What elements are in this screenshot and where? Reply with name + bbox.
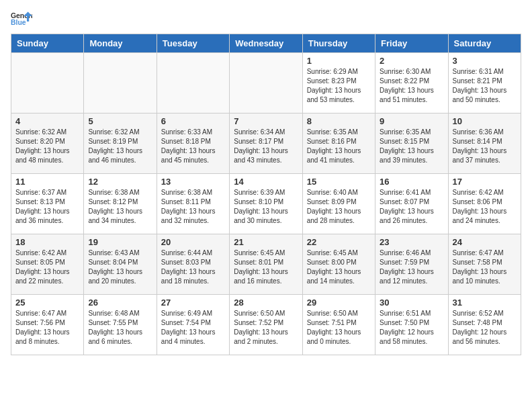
day-number: 15 xyxy=(307,177,371,187)
day-info: Sunrise: 6:39 AM Sunset: 8:10 PM Dayligh… xyxy=(234,188,298,226)
dow-header-friday: Friday xyxy=(375,34,448,53)
day-info: Sunrise: 6:32 AM Sunset: 8:19 PM Dayligh… xyxy=(88,128,152,165)
dow-header-wednesday: Wednesday xyxy=(230,34,302,53)
calendar-cell: 28Sunrise: 6:50 AM Sunset: 7:52 PM Dayli… xyxy=(230,295,302,355)
calendar-cell: 20Sunrise: 6:44 AM Sunset: 8:03 PM Dayli… xyxy=(157,234,229,295)
week-row-5: 25Sunrise: 6:47 AM Sunset: 7:56 PM Dayli… xyxy=(11,295,521,355)
calendar-cell: 18Sunrise: 6:42 AM Sunset: 8:05 PM Dayli… xyxy=(11,234,84,295)
calendar-body: 1Sunrise: 6:29 AM Sunset: 8:23 PM Daylig… xyxy=(11,53,521,355)
calendar-cell: 13Sunrise: 6:38 AM Sunset: 8:11 PM Dayli… xyxy=(157,174,229,234)
calendar-cell: 27Sunrise: 6:49 AM Sunset: 7:54 PM Dayli… xyxy=(157,295,229,355)
day-number: 11 xyxy=(15,177,79,187)
day-number: 3 xyxy=(453,56,517,66)
week-row-4: 18Sunrise: 6:42 AM Sunset: 8:05 PM Dayli… xyxy=(11,234,521,295)
day-info: Sunrise: 6:37 AM Sunset: 8:13 PM Dayligh… xyxy=(15,188,79,226)
day-number: 2 xyxy=(380,56,443,66)
calendar-cell: 21Sunrise: 6:45 AM Sunset: 8:01 PM Dayli… xyxy=(230,234,302,295)
day-number: 21 xyxy=(234,237,298,247)
svg-text:Blue: Blue xyxy=(11,19,26,26)
calendar-cell: 22Sunrise: 6:45 AM Sunset: 8:00 PM Dayli… xyxy=(302,234,375,295)
calendar-cell xyxy=(157,53,229,113)
calendar-cell xyxy=(11,53,84,113)
day-number: 8 xyxy=(307,116,371,126)
day-info: Sunrise: 6:52 AM Sunset: 7:48 PM Dayligh… xyxy=(453,309,517,347)
dow-header-tuesday: Tuesday xyxy=(157,34,229,53)
calendar: SundayMondayTuesdayWednesdayThursdayFrid… xyxy=(11,34,521,355)
days-of-week-header: SundayMondayTuesdayWednesdayThursdayFrid… xyxy=(11,34,521,53)
day-info: Sunrise: 6:40 AM Sunset: 8:09 PM Dayligh… xyxy=(307,188,371,226)
calendar-cell: 14Sunrise: 6:39 AM Sunset: 8:10 PM Dayli… xyxy=(230,174,302,234)
day-info: Sunrise: 6:34 AM Sunset: 8:17 PM Dayligh… xyxy=(234,128,298,165)
day-number: 22 xyxy=(307,237,371,247)
calendar-cell: 25Sunrise: 6:47 AM Sunset: 7:56 PM Dayli… xyxy=(11,295,84,355)
calendar-cell: 6Sunrise: 6:33 AM Sunset: 8:18 PM Daylig… xyxy=(157,113,229,174)
calendar-cell: 23Sunrise: 6:46 AM Sunset: 7:59 PM Dayli… xyxy=(375,234,448,295)
calendar-cell: 3Sunrise: 6:31 AM Sunset: 8:21 PM Daylig… xyxy=(448,53,521,113)
calendar-cell: 15Sunrise: 6:40 AM Sunset: 8:09 PM Dayli… xyxy=(302,174,375,234)
day-info: Sunrise: 6:31 AM Sunset: 8:21 PM Dayligh… xyxy=(453,67,517,105)
calendar-cell: 5Sunrise: 6:32 AM Sunset: 8:19 PM Daylig… xyxy=(84,113,157,174)
logo: General Blue xyxy=(11,11,32,27)
day-info: Sunrise: 6:43 AM Sunset: 8:04 PM Dayligh… xyxy=(88,248,152,286)
week-row-2: 4Sunrise: 6:32 AM Sunset: 8:20 PM Daylig… xyxy=(11,113,521,174)
day-info: Sunrise: 6:50 AM Sunset: 7:51 PM Dayligh… xyxy=(307,309,371,347)
calendar-cell: 16Sunrise: 6:41 AM Sunset: 8:07 PM Dayli… xyxy=(375,174,448,234)
dow-header-sunday: Sunday xyxy=(11,34,84,53)
calendar-cell: 10Sunrise: 6:36 AM Sunset: 8:14 PM Dayli… xyxy=(448,113,521,174)
day-info: Sunrise: 6:49 AM Sunset: 7:54 PM Dayligh… xyxy=(161,309,225,347)
day-number: 19 xyxy=(88,237,152,247)
day-info: Sunrise: 6:50 AM Sunset: 7:52 PM Dayligh… xyxy=(234,309,298,347)
calendar-cell: 9Sunrise: 6:35 AM Sunset: 8:15 PM Daylig… xyxy=(375,113,448,174)
day-number: 17 xyxy=(453,177,517,187)
dow-header-saturday: Saturday xyxy=(448,34,521,53)
calendar-cell: 11Sunrise: 6:37 AM Sunset: 8:13 PM Dayli… xyxy=(11,174,84,234)
calendar-cell: 30Sunrise: 6:51 AM Sunset: 7:50 PM Dayli… xyxy=(375,295,448,355)
day-number: 7 xyxy=(234,116,298,126)
day-number: 10 xyxy=(453,116,517,126)
day-info: Sunrise: 6:33 AM Sunset: 8:18 PM Dayligh… xyxy=(161,128,225,165)
day-number: 4 xyxy=(15,116,79,126)
day-info: Sunrise: 6:45 AM Sunset: 8:01 PM Dayligh… xyxy=(234,248,298,286)
week-row-3: 11Sunrise: 6:37 AM Sunset: 8:13 PM Dayli… xyxy=(11,174,521,234)
day-number: 14 xyxy=(234,177,298,187)
logo-icon: General Blue xyxy=(11,11,32,27)
day-info: Sunrise: 6:42 AM Sunset: 8:06 PM Dayligh… xyxy=(453,188,517,226)
day-info: Sunrise: 6:35 AM Sunset: 8:15 PM Dayligh… xyxy=(380,128,443,165)
calendar-cell: 26Sunrise: 6:48 AM Sunset: 7:55 PM Dayli… xyxy=(84,295,157,355)
calendar-cell: 1Sunrise: 6:29 AM Sunset: 8:23 PM Daylig… xyxy=(302,53,375,113)
day-number: 12 xyxy=(88,177,152,187)
day-info: Sunrise: 6:46 AM Sunset: 7:59 PM Dayligh… xyxy=(380,248,443,286)
day-info: Sunrise: 6:44 AM Sunset: 8:03 PM Dayligh… xyxy=(161,248,225,286)
day-info: Sunrise: 6:51 AM Sunset: 7:50 PM Dayligh… xyxy=(380,309,443,347)
calendar-cell: 31Sunrise: 6:52 AM Sunset: 7:48 PM Dayli… xyxy=(448,295,521,355)
day-number: 25 xyxy=(15,298,79,308)
calendar-cell: 7Sunrise: 6:34 AM Sunset: 8:17 PM Daylig… xyxy=(230,113,302,174)
day-number: 20 xyxy=(161,237,225,247)
day-number: 24 xyxy=(453,237,517,247)
day-info: Sunrise: 6:35 AM Sunset: 8:16 PM Dayligh… xyxy=(307,128,371,165)
calendar-cell: 24Sunrise: 6:47 AM Sunset: 7:58 PM Dayli… xyxy=(448,234,521,295)
day-info: Sunrise: 6:30 AM Sunset: 8:22 PM Dayligh… xyxy=(380,67,443,105)
calendar-cell: 19Sunrise: 6:43 AM Sunset: 8:04 PM Dayli… xyxy=(84,234,157,295)
calendar-cell: 17Sunrise: 6:42 AM Sunset: 8:06 PM Dayli… xyxy=(448,174,521,234)
day-number: 30 xyxy=(380,298,443,308)
day-number: 6 xyxy=(161,116,225,126)
calendar-cell: 29Sunrise: 6:50 AM Sunset: 7:51 PM Dayli… xyxy=(302,295,375,355)
day-info: Sunrise: 6:38 AM Sunset: 8:11 PM Dayligh… xyxy=(161,188,225,226)
week-row-1: 1Sunrise: 6:29 AM Sunset: 8:23 PM Daylig… xyxy=(11,53,521,113)
day-number: 26 xyxy=(88,298,152,308)
day-number: 1 xyxy=(307,56,371,66)
dow-header-monday: Monday xyxy=(84,34,157,53)
day-info: Sunrise: 6:45 AM Sunset: 8:00 PM Dayligh… xyxy=(307,248,371,286)
day-number: 23 xyxy=(380,237,443,247)
day-info: Sunrise: 6:29 AM Sunset: 8:23 PM Dayligh… xyxy=(307,67,371,105)
day-number: 18 xyxy=(15,237,79,247)
day-info: Sunrise: 6:38 AM Sunset: 8:12 PM Dayligh… xyxy=(88,188,152,226)
day-number: 13 xyxy=(161,177,225,187)
calendar-cell: 8Sunrise: 6:35 AM Sunset: 8:16 PM Daylig… xyxy=(302,113,375,174)
dow-header-thursday: Thursday xyxy=(302,34,375,53)
calendar-cell: 12Sunrise: 6:38 AM Sunset: 8:12 PM Dayli… xyxy=(84,174,157,234)
calendar-cell xyxy=(84,53,157,113)
day-number: 27 xyxy=(161,298,225,308)
day-number: 9 xyxy=(380,116,443,126)
